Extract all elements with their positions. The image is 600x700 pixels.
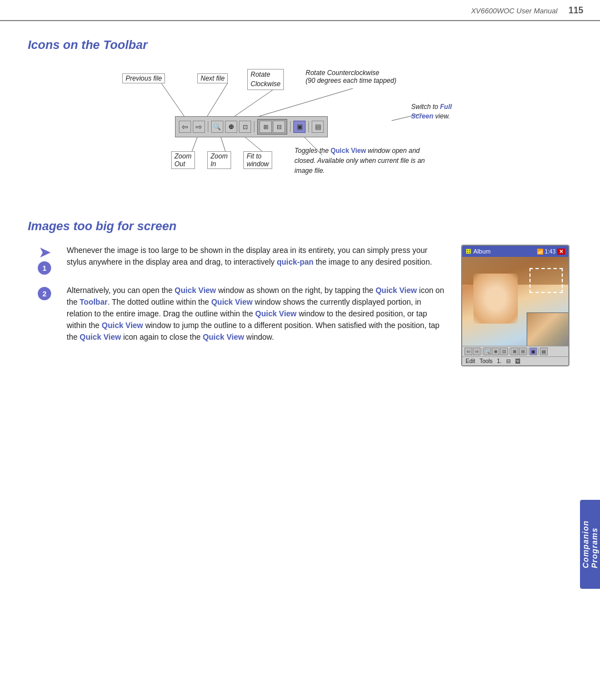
label-rotate-cw: RotateClockwise — [247, 69, 284, 90]
toolbar-btn-zoomin[interactable]: ⊕ — [225, 121, 237, 133]
manual-title: XV6600WOC User Manual — [471, 7, 557, 15]
phone-tb-sep1 — [482, 348, 482, 355]
phone-tb-fs[interactable]: ▣ — [529, 347, 537, 355]
step1-icon-area: ➤ 1 — [28, 245, 61, 275]
toolbar-section-title: Icons on the Toolbar — [28, 38, 572, 52]
menu-edit[interactable]: Edit — [466, 358, 475, 364]
quickview-selection — [529, 268, 563, 293]
label-rotate-ccw: Rotate Counterclockwise(90 degrees each … — [306, 69, 396, 85]
page-header: XV6600WOC User Manual 115 — [0, 0, 600, 21]
toolbar-sep-2 — [254, 121, 254, 132]
phone-menubar: Edit Tools 1. ⊟ 🖼 — [462, 356, 568, 365]
toolbar-btn-fullscreen[interactable]: ▣ — [293, 121, 306, 133]
images-text-content: ➤ 1 Whenever the image is too large to b… — [28, 245, 444, 366]
images-section: Images too big for screen ➤ 1 Whenever t… — [28, 219, 572, 366]
step2-block: 2 Alternatively, you can open the Quick … — [28, 285, 444, 343]
toolbar-section: Icons on the Toolbar — [28, 38, 572, 197]
toolbar-btn-zoomout[interactable]: 🔍 — [211, 121, 223, 133]
photo-thumbnail — [527, 312, 568, 346]
toolbar-sep-4 — [308, 121, 309, 132]
time-display: 1:43 — [545, 249, 556, 255]
svg-line-1 — [206, 83, 228, 119]
step2-icon-area: 2 — [28, 285, 61, 300]
svg-line-3 — [250, 88, 353, 119]
phone-title: Album — [473, 248, 491, 255]
phone-titlebar: ⊞ Album 📶 1:43 ✕ — [462, 246, 568, 257]
page-number: 115 — [568, 6, 583, 16]
phone-tb-z1[interactable]: 🔍 — [483, 347, 491, 355]
menu-tools[interactable]: Tools — [479, 358, 492, 364]
label-zoom-out: ZoomOut — [171, 151, 195, 169]
step1-number: 1 — [38, 261, 51, 275]
toolbar-btn-forward[interactable]: ⇨ — [193, 121, 205, 133]
phone-tb-g1[interactable]: ⊞ — [511, 347, 518, 355]
phone-screenshot: ⊞ Album 📶 1:43 ✕ — [461, 245, 572, 366]
phone-tb-back[interactable]: ⇦ — [464, 347, 472, 355]
label-fit-window: Fit towindow — [243, 151, 272, 169]
phone-tb-sep2 — [509, 348, 509, 355]
phone-tb-qv[interactable]: ▤ — [540, 347, 548, 355]
toolbar-sep-3 — [290, 121, 291, 132]
phone-toolbar: ⇦ ⇨ 🔍 ⊕ ⊡ ⊞ ⊟ ▣ ▤ — [462, 346, 568, 356]
windows-logo: ⊞ — [466, 247, 471, 255]
step1-block: ➤ 1 Whenever the image is too large to b… — [28, 245, 444, 275]
close-icon[interactable]: ✕ — [557, 249, 565, 255]
menu-item5[interactable]: 🖼 — [515, 358, 521, 364]
toolbar-btn-fit[interactable]: ⊡ — [239, 121, 251, 133]
step2-text: Alternatively, you can open the Quick Vi… — [67, 285, 444, 343]
svg-line-0 — [161, 83, 186, 119]
label-previous-file: Previous file — [122, 73, 165, 83]
label-next-file: Next file — [197, 73, 228, 83]
side-tab-text: CompanionPrograms — [581, 520, 599, 568]
step1-text: Whenever the image is too large to be sh… — [67, 245, 444, 268]
phone-tb-sep3 — [528, 348, 528, 355]
main-content: Icons on the Toolbar — [0, 21, 600, 383]
label-toggles: Toggles the Quick View window open and c… — [294, 146, 433, 176]
toolbar-btn-group1[interactable]: ⊞ — [259, 121, 272, 133]
svg-line-2 — [231, 88, 275, 119]
toolbar-btn-group2[interactable]: ⊟ — [273, 121, 285, 133]
phone-tb-g2[interactable]: ⊟ — [519, 347, 527, 355]
menu-item4[interactable]: ⊟ — [506, 358, 511, 364]
label-switch-fullscreen: Switch to FullScreen view. — [411, 102, 500, 121]
phone-tb-fwd[interactable]: ⇨ — [473, 347, 481, 355]
phone-image-area — [462, 257, 568, 346]
toolbar-bar: ⇦ ⇨ 🔍 ⊕ ⊡ ⊞ ⊟ — [175, 116, 328, 137]
toolbar-btn-back[interactable]: ⇦ — [179, 121, 191, 133]
toolbar-diagram: Previous file Next file RotateClockwise … — [89, 63, 511, 197]
phone-status: 📶 1:43 ✕ — [537, 249, 565, 255]
toolbar-group-icons: ⊞ ⊟ — [257, 119, 287, 135]
photo-face — [473, 274, 518, 324]
step2-number: 2 — [38, 287, 51, 300]
phone-tb-z3[interactable]: ⊡ — [500, 347, 508, 355]
label-zoom-in: ZoomIn — [207, 151, 231, 169]
images-section-title: Images too big for screen — [28, 219, 572, 234]
phone-tb-z2[interactable]: ⊕ — [492, 347, 499, 355]
side-tab: CompanionPrograms — [580, 500, 600, 589]
toolbar-btn-quickview[interactable]: ▤ — [312, 121, 324, 133]
phone-mockup: ⊞ Album 📶 1:43 ✕ — [461, 245, 569, 366]
signal-icon: 📶 — [537, 249, 543, 255]
toolbar-sep-1 — [208, 121, 208, 132]
menu-item3[interactable]: 1. — [497, 358, 502, 364]
phone-tb-sep4 — [538, 348, 539, 355]
images-content: ➤ 1 Whenever the image is too large to b… — [28, 245, 572, 366]
arrow-icon: ➤ — [38, 245, 51, 260]
phone-main-photo — [462, 257, 568, 346]
